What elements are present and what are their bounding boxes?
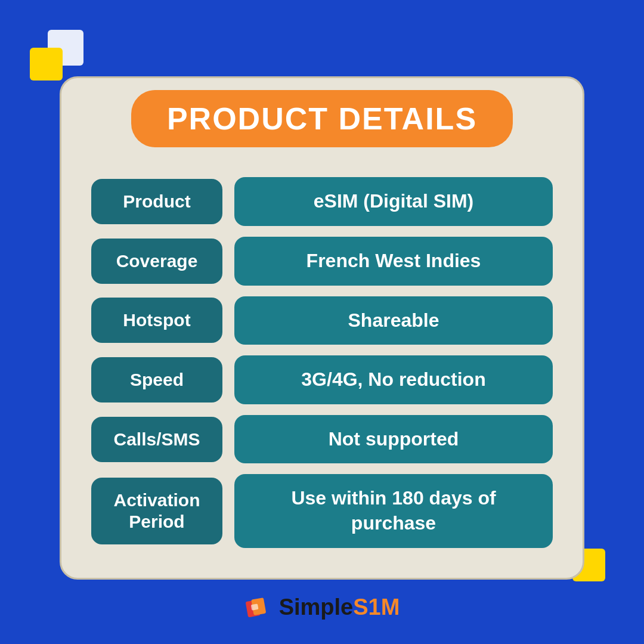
brand-name-highlight: S1M: [353, 595, 400, 620]
label-calls-sms: Calls/SMS: [91, 417, 222, 462]
label-coverage: Coverage: [91, 239, 222, 284]
row-calls-sms: Calls/SMS Not supported: [91, 415, 553, 464]
value-product: eSIM (Digital SIM): [234, 177, 553, 226]
product-details-card: PRODUCT DETAILS Product eSIM (Digital SI…: [60, 76, 584, 579]
value-activation-period: Use within 180 days of purchase: [234, 474, 553, 547]
label-speed: Speed: [91, 357, 222, 402]
value-hotspot: Shareable: [234, 296, 553, 345]
brand-name-plain: Simple: [279, 595, 354, 620]
row-activation-period: Activation Period Use within 180 days of…: [91, 474, 553, 547]
label-product: Product: [91, 179, 222, 224]
row-coverage: Coverage French West Indies: [91, 237, 553, 286]
label-hotspot: Hotspot: [91, 298, 222, 343]
corner-decoration-top-left: [18, 18, 66, 66]
title-badge: PRODUCT DETAILS: [131, 90, 513, 147]
svg-rect-2: [250, 603, 258, 610]
value-coverage: French West Indies: [234, 237, 553, 286]
row-hotspot: Hotspot Shareable: [91, 296, 553, 345]
brand-logo-icon: [244, 596, 272, 619]
value-speed: 3G/4G, No reduction: [234, 355, 553, 404]
row-speed: Speed 3G/4G, No reduction: [91, 355, 553, 404]
brand-footer: SimpleS1M: [0, 595, 644, 620]
value-calls-sms: Not supported: [234, 415, 553, 464]
yellow-square-top-left: [30, 48, 63, 80]
simplesim-icon: [244, 596, 267, 619]
label-activation-period: Activation Period: [91, 478, 222, 544]
details-table: Product eSIM (Digital SIM) Coverage Fren…: [91, 177, 553, 547]
brand-name: SimpleS1M: [279, 595, 400, 620]
row-product: Product eSIM (Digital SIM): [91, 177, 553, 226]
page-title: PRODUCT DETAILS: [167, 101, 477, 136]
